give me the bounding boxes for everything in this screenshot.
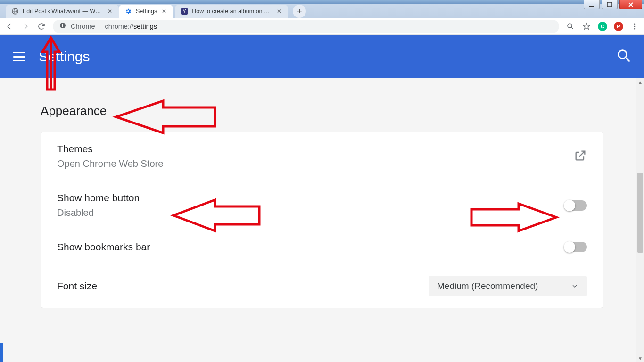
header-search-button[interactable] — [617, 49, 631, 65]
menu-button[interactable] — [13, 52, 25, 61]
address-bar[interactable]: Chrome chrome://settings — [53, 20, 559, 33]
svg-point-9 — [634, 23, 636, 25]
kebab-menu-icon[interactable] — [630, 22, 639, 31]
row-font-size: Font size Medium (Recommended) — [41, 264, 603, 308]
scroll-up-icon[interactable]: ▲ — [636, 78, 644, 86]
section-title-appearance: Appearance — [41, 78, 603, 132]
back-button[interactable] — [5, 22, 14, 31]
toggle-show-home-button[interactable] — [564, 200, 587, 211]
forward-button[interactable] — [21, 22, 30, 31]
decorative-stripe — [0, 343, 3, 362]
row-primary: Show home button — [57, 192, 140, 204]
svg-point-8 — [568, 24, 572, 28]
row-show-bookmarks-bar: Show bookmarks bar — [41, 230, 603, 264]
row-themes[interactable]: Themes Open Chrome Web Store — [41, 132, 603, 181]
scrollbar-thumb[interactable] — [637, 173, 643, 253]
scroll-down-icon[interactable]: ▼ — [636, 354, 644, 362]
row-primary: Font size — [57, 280, 97, 292]
extension-badge-red[interactable]: P — [614, 22, 623, 31]
row-secondary: Disabled — [57, 207, 140, 218]
tab-2[interactable]: Y How to create an album on Face ✕ — [175, 5, 288, 18]
window-close-button[interactable] — [619, 0, 642, 9]
row-primary: Themes — [57, 143, 163, 155]
external-link-icon[interactable] — [574, 149, 587, 164]
vertical-scrollbar[interactable]: ▲ ▼ — [636, 78, 644, 362]
row-show-home-button: Show home button Disabled — [41, 181, 603, 230]
page-title: Settings — [39, 49, 90, 65]
select-value: Medium (Recommended) — [437, 281, 538, 291]
tab-title: Edit Post ‹ Whatvwant — WordP — [23, 8, 103, 15]
extension-badge-green[interactable]: C — [598, 22, 607, 31]
tab-1[interactable]: Settings ✕ — [119, 5, 173, 18]
browser-toolbar: Chrome chrome://settings C P — [0, 18, 644, 35]
omnibox-separator — [100, 23, 100, 30]
tab-0[interactable]: Edit Post ‹ Whatvwant — WordP ✕ — [6, 5, 119, 18]
svg-point-11 — [634, 28, 636, 29]
tab-strip: Edit Post ‹ Whatvwant — WordP ✕ Settings… — [0, 4, 644, 18]
svg-rect-6 — [62, 25, 63, 27]
new-tab-button[interactable]: + — [293, 5, 306, 18]
site-info-icon[interactable] — [59, 22, 66, 30]
gear-icon — [124, 8, 132, 15]
row-primary: Show bookmarks bar — [57, 241, 150, 253]
appearance-card: Themes Open Chrome Web Store Show home b… — [41, 132, 603, 308]
row-secondary: Open Chrome Web Store — [57, 158, 163, 169]
zoom-icon[interactable] — [566, 22, 575, 31]
svg-point-10 — [634, 25, 636, 27]
svg-rect-0 — [589, 6, 594, 7]
y-favicon-icon: Y — [181, 8, 188, 15]
window-minimize-button[interactable] — [584, 0, 600, 9]
bookmark-star-icon[interactable] — [582, 22, 591, 31]
toggle-show-bookmarks-bar[interactable] — [564, 242, 587, 252]
close-icon[interactable]: ✕ — [276, 8, 282, 15]
svg-rect-1 — [607, 2, 612, 7]
close-icon[interactable]: ✕ — [161, 8, 167, 15]
select-font-size[interactable]: Medium (Recommended) — [429, 276, 587, 296]
settings-content: Appearance Themes Open Chrome Web Store … — [0, 78, 636, 362]
svg-rect-7 — [62, 24, 63, 25]
reload-button[interactable] — [37, 22, 46, 31]
os-titlebar — [0, 0, 644, 4]
globe-icon — [11, 8, 19, 15]
close-icon[interactable]: ✕ — [107, 8, 113, 15]
window-maximize-button[interactable] — [602, 0, 618, 9]
tab-title: Settings — [136, 8, 157, 15]
tab-title: How to create an album on Face — [192, 8, 272, 15]
svg-point-12 — [619, 50, 627, 59]
svg-text:Y: Y — [183, 9, 186, 14]
settings-header: Settings — [0, 35, 644, 78]
chevron-down-icon — [571, 282, 578, 290]
omnibox-chip: Chrome — [71, 23, 95, 30]
omnibox-url: chrome://settings — [105, 23, 157, 30]
